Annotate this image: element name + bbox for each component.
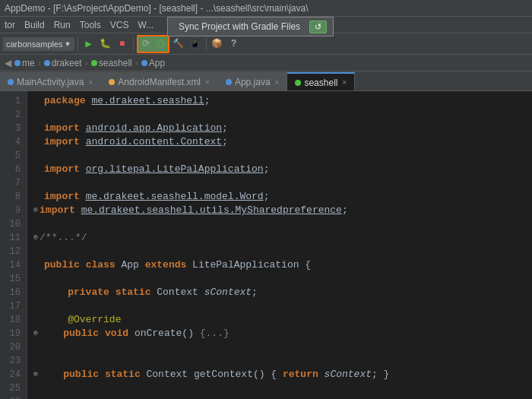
- fold-icon-19[interactable]: ⊕: [33, 327, 38, 340]
- code-line-23: [33, 354, 526, 368]
- build-icon[interactable]: 🔨: [171, 36, 186, 52]
- line-number-18: 18: [3, 313, 21, 327]
- fold-icon-24[interactable]: ⊕: [33, 368, 38, 382]
- toolbar-separator-1: [78, 37, 78, 51]
- tab-mainactivity[interactable]: MainActivity.java ×: [0, 72, 101, 90]
- code-line-1: package me.drakeet.seashell;: [33, 94, 526, 108]
- line-number-3: 3: [3, 122, 21, 135]
- tab-manifest-icon: [109, 79, 115, 85]
- code-line-8: import me.drakeet.seashell.model.Word;: [33, 190, 526, 204]
- sync-button[interactable]: ↺: [309, 21, 327, 33]
- nav-seashell[interactable]: seashell: [91, 58, 132, 68]
- nav-bar: ◀ me › drakeet › seashell › App: [0, 55, 532, 71]
- project-dropdown[interactable]: carbonsamples ▼: [3, 37, 74, 51]
- line-number-23: 23: [3, 354, 21, 368]
- code-line-16: private static Context sContext;: [33, 286, 526, 299]
- sync-icon[interactable]: ⟳: [139, 37, 153, 51]
- dropdown-chevron-icon: ▼: [65, 40, 71, 48]
- line-number-7: 7: [3, 176, 21, 190]
- code-editor: 1234567891011121415161718192023242528 pa…: [0, 91, 532, 399]
- code-line-7: [33, 176, 526, 190]
- code-line-24: ⊕ public static Context getContext() { r…: [33, 368, 526, 382]
- toolbar-separator-3: [206, 37, 207, 51]
- tab-manifest-close[interactable]: ×: [205, 78, 210, 87]
- code-line-12: [33, 245, 526, 258]
- line-number-9: 9: [3, 204, 21, 217]
- line-number-19: 19: [3, 327, 21, 340]
- line-number-11: 11: [3, 231, 21, 245]
- line-number-28: 28: [3, 395, 21, 399]
- nav-root: ◀: [5, 58, 11, 68]
- help-button[interactable]: ?: [226, 36, 242, 52]
- code-line-18: @Override: [33, 313, 526, 327]
- sdk-icon[interactable]: 📦: [210, 36, 225, 52]
- code-line-19: ⊕ public void onCreate() {...}: [33, 327, 526, 340]
- nav-app-label: App: [149, 58, 165, 68]
- tab-app-label: App.java: [235, 77, 271, 87]
- code-line-4: import android.content.Context;: [33, 135, 526, 149]
- menu-tools[interactable]: Tools: [75, 18, 106, 32]
- tab-mainactivity-label: MainActivity.java: [17, 77, 84, 87]
- tab-app[interactable]: App.java ×: [218, 72, 288, 90]
- line-number-25: 25: [3, 382, 21, 395]
- code-line-14: public class App extends LitePalApplicat…: [33, 258, 526, 272]
- code-line-25: [33, 382, 526, 395]
- run-button[interactable]: ▶: [81, 36, 97, 52]
- tab-mainactivity-icon: [8, 79, 14, 85]
- tab-app-close[interactable]: ×: [275, 78, 280, 87]
- line-number-15: 15: [3, 272, 21, 286]
- nav-seashell-label: seashell: [99, 58, 132, 68]
- tab-seashell-label: seashell: [304, 78, 337, 88]
- menu-run[interactable]: Run: [49, 18, 75, 32]
- nav-drakeet[interactable]: drakeet: [44, 58, 82, 68]
- tab-manifest[interactable]: AndroidManifest.xml ×: [101, 72, 218, 90]
- fold-icon-11[interactable]: ⊕: [33, 231, 38, 245]
- tab-mainactivity-close[interactable]: ×: [88, 78, 93, 87]
- menu-w[interactable]: W...: [133, 18, 158, 32]
- line-number-24: 24: [3, 368, 21, 382]
- menu-build[interactable]: Build: [20, 18, 49, 32]
- code-line-3: import android.app.Application;: [33, 122, 526, 135]
- menu-vcs[interactable]: VCS: [106, 18, 134, 32]
- avd-icon[interactable]: 📱: [188, 36, 203, 52]
- nav-me[interactable]: me: [14, 58, 35, 68]
- sync-gradle-button-group[interactable]: ⟳ ⬡: [137, 35, 169, 53]
- line-number-12: 12: [3, 245, 21, 258]
- line-number-16: 16: [3, 286, 21, 299]
- line-numbers: 1234567891011121415161718192023242528: [0, 91, 27, 399]
- code-line-17: [33, 299, 526, 313]
- fold-icon-9[interactable]: ⊕: [33, 204, 38, 217]
- code-line-15: [33, 272, 526, 286]
- stop-button[interactable]: ■: [115, 36, 130, 52]
- nav-app[interactable]: App: [141, 58, 165, 68]
- tab-seashell[interactable]: seashell ×: [287, 72, 355, 90]
- line-number-1: 1: [3, 94, 21, 108]
- debug-button[interactable]: 🐛: [98, 36, 113, 52]
- menu-tor[interactable]: tor: [0, 18, 20, 32]
- tab-seashell-icon: [295, 80, 301, 86]
- line-number-5: 5: [3, 149, 21, 163]
- code-line-2: [33, 108, 526, 122]
- tabs-bar: MainActivity.java × AndroidManifest.xml …: [0, 71, 532, 91]
- toolbar: carbonsamples ▼ ▶ 🐛 ■ ⟳ ⬡ 🔨 📱 📦 ?: [0, 33, 532, 55]
- menu-bar: tor Build Run Tools VCS W... Sync Projec…: [0, 17, 532, 33]
- tab-seashell-close[interactable]: ×: [342, 78, 347, 87]
- title-text: AppDemo - [F:\AsProject\AppDemo] - [seas…: [5, 3, 308, 14]
- nav-sep-2: ›: [85, 58, 88, 68]
- line-number-20: 20: [3, 340, 21, 354]
- nav-sep-1: ›: [38, 58, 41, 68]
- code-line-10: [33, 217, 526, 231]
- gradle-icon[interactable]: ⬡: [154, 37, 167, 51]
- line-number-14: 14: [3, 258, 21, 272]
- code-area[interactable]: package me.drakeet.seashell;import andro…: [27, 91, 532, 399]
- sync-banner: Sync Project with Gradle Files ↺: [167, 17, 334, 36]
- sync-text: Sync Project with Gradle Files: [174, 20, 305, 33]
- line-number-10: 10: [3, 217, 21, 231]
- dropdown-label: carbonsamples: [6, 40, 63, 49]
- line-number-2: 2: [3, 108, 21, 122]
- toolbar-separator-2: [133, 37, 134, 51]
- code-line-5: [33, 149, 526, 163]
- nav-drakeet-label: drakeet: [52, 58, 82, 68]
- code-line-20: [33, 340, 526, 354]
- line-number-17: 17: [3, 299, 21, 313]
